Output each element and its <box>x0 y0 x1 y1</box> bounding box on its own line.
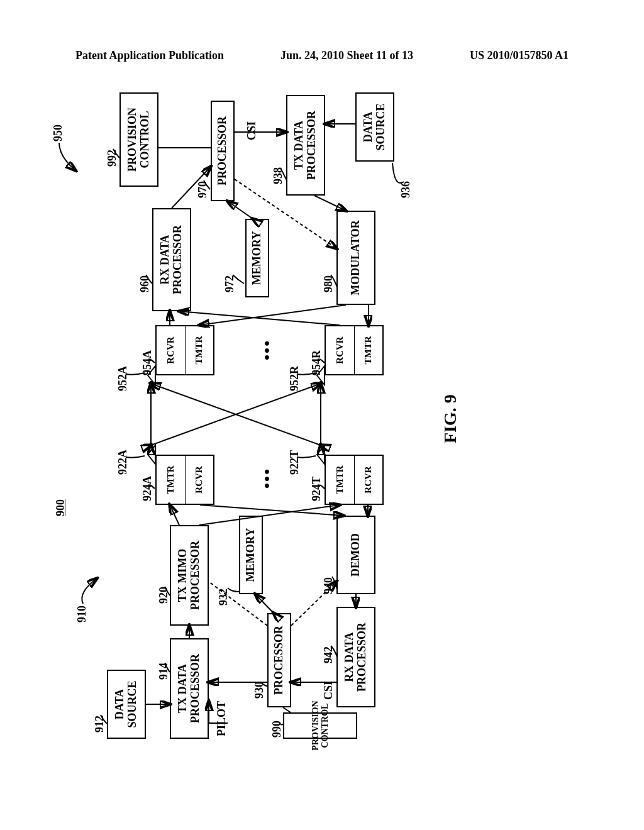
txrx-right-top: RCVR TMTR <box>155 325 214 375</box>
header-right: US 2010/0157850 A1 <box>470 49 569 62</box>
box-memory-right: MEMORY <box>245 219 269 297</box>
ref-972: 972 <box>223 275 236 292</box>
ref-924A: 924A <box>141 476 154 501</box>
ref-922T: 922T <box>288 450 301 475</box>
ref-914: 914 <box>157 663 170 680</box>
svg-line-2 <box>151 384 321 445</box>
svg-line-20 <box>179 311 340 325</box>
txrx-left-bot: TMTR RCVR <box>325 455 384 505</box>
rcvr-bot-left: RCVR <box>354 456 382 504</box>
csi-label-left: CSI <box>322 681 335 700</box>
box-tx-data-processor-right: TX DATA PROCESSOR <box>286 95 325 196</box>
ref-920: 920 <box>157 587 170 604</box>
box-provision-control-right: PROVISION CONTROL <box>119 92 158 187</box>
ref-990: 990 <box>270 721 284 738</box>
csi-label-right: CSI <box>245 121 258 140</box>
left-leader-label: 910 <box>75 606 89 622</box>
txrx-right-bot: RCVR TMTR <box>325 325 384 375</box>
box-processor-right: PROCESSOR <box>211 101 235 201</box>
ref-912: 912 <box>93 716 106 733</box>
svg-line-9 <box>199 505 340 525</box>
svg-line-22 <box>199 305 346 325</box>
ref-936: 936 <box>399 181 413 198</box>
svg-line-8 <box>170 505 179 525</box>
rcvr-top-right: RCVR <box>157 326 185 374</box>
ref-954A: 954A <box>141 350 154 375</box>
svg-line-16 <box>283 707 291 712</box>
right-leader-label: 950 <box>52 124 65 141</box>
svg-line-15 <box>255 594 274 613</box>
box-memory-left: MEMORY <box>239 516 263 594</box>
svg-line-28 <box>228 201 253 219</box>
ref-952R: 952R <box>288 366 301 391</box>
svg-line-26 <box>314 196 346 211</box>
figure-9-canvas: 900 910 912 DATA SOURCE 914 TX DATA PROC… <box>50 85 591 745</box>
ref-970: 970 <box>196 181 209 198</box>
ref-932: 932 <box>217 589 230 606</box>
tmtr-top-left: TMTR <box>157 456 185 504</box>
ref-930: 930 <box>253 682 266 699</box>
ellipsis-left: ••• <box>258 468 277 489</box>
ref-980: 980 <box>322 275 335 292</box>
rcvr-top-left: RCVR <box>185 456 213 504</box>
pilot-label: PILOT <box>215 701 228 736</box>
ref-940: 940 <box>322 577 335 594</box>
ref-992: 992 <box>106 150 119 167</box>
ref-924T: 924T <box>310 477 323 501</box>
figure-label: FIG. 9 <box>440 394 460 443</box>
ref-938: 938 <box>272 167 285 184</box>
system-ref-label: 900 <box>54 499 67 516</box>
box-modulator: MODULATOR <box>336 211 375 305</box>
txrx-left-top: TMTR RCVR <box>155 455 214 505</box>
tmtr-top-right: TMTR <box>185 326 213 374</box>
ref-954R: 954R <box>310 350 323 375</box>
ref-960: 960 <box>138 275 152 292</box>
page-header: Patent Application Publication Jun. 24, … <box>0 49 644 62</box>
header-left: Patent Application Publication <box>75 49 224 62</box>
rcvr-bot-right: RCVR <box>326 326 354 374</box>
box-rx-data-processor-right: RX DATA PROCESSOR <box>152 208 191 311</box>
ellipsis-right: ••• <box>258 340 277 360</box>
diagram-container: 900 910 912 DATA SOURCE 914 TX DATA PROC… <box>50 85 591 745</box>
ref-922A: 922A <box>116 450 130 475</box>
box-tx-mimo-processor: TX MIMO PROCESSOR <box>170 525 209 626</box>
box-processor-left: PROCESSOR <box>267 613 291 707</box>
svg-line-11 <box>200 505 343 516</box>
svg-line-3 <box>151 384 321 445</box>
ref-942: 942 <box>322 646 335 663</box>
box-tx-data-processor-left: TX DATA PROCESSOR <box>170 638 209 739</box>
tmtr-bot-right: TMTR <box>354 326 382 374</box>
box-demod: DEMOD <box>336 516 375 594</box>
box-rx-data-processor-left: RX DATA PROCESSOR <box>336 607 375 707</box>
header-center: Jun. 24, 2010 Sheet 11 of 13 <box>280 49 413 62</box>
tmtr-bot-left: TMTR <box>326 456 354 504</box>
box-data-source-right: DATA SOURCE <box>355 92 394 162</box>
ref-952A: 952A <box>116 366 130 391</box>
box-data-source-left: DATA SOURCE <box>107 670 146 739</box>
box-provision-control-left: PROVISION CONTROL <box>283 712 357 739</box>
